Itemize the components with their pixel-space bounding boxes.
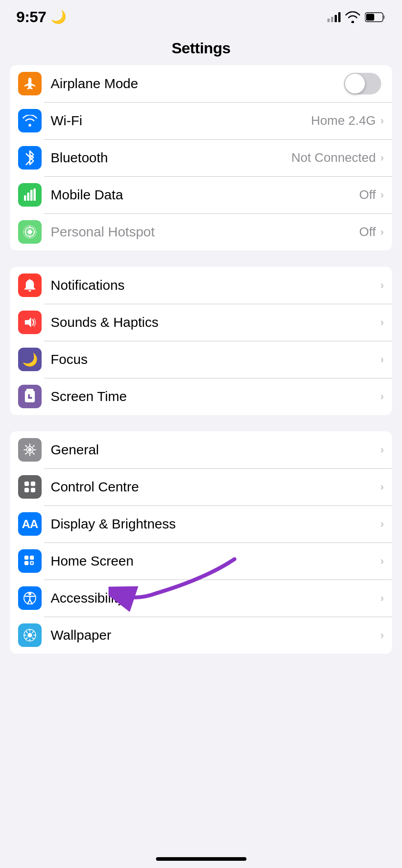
airplane-mode-row[interactable]: Airplane Mode bbox=[10, 65, 392, 102]
svg-rect-16 bbox=[28, 397, 32, 399]
sounds-haptics-label: Sounds & Haptics bbox=[51, 315, 380, 330]
alerts-group: Notifications › Sounds & Haptics › 🌙 Foc… bbox=[10, 267, 392, 415]
bluetooth-row[interactable]: Bluetooth Not Connected › bbox=[10, 139, 392, 176]
svg-rect-24 bbox=[30, 556, 34, 560]
wallpaper-icon bbox=[18, 623, 42, 647]
bluetooth-icon bbox=[18, 146, 42, 170]
wallpaper-label: Wallpaper bbox=[51, 627, 380, 643]
display-brightness-label: Display & Brightness bbox=[51, 516, 380, 532]
connectivity-group: Airplane Mode Wi-Fi Home 2.4G › Bluetoot… bbox=[10, 65, 392, 250]
personal-hotspot-value: Off bbox=[359, 225, 376, 239]
display-brightness-chevron: › bbox=[380, 518, 384, 530]
svg-point-33 bbox=[28, 633, 32, 637]
general-row[interactable]: General › bbox=[10, 431, 392, 468]
sounds-haptics-row[interactable]: Sounds & Haptics › bbox=[10, 304, 392, 341]
notifications-label: Notifications bbox=[51, 278, 380, 293]
focus-label: Focus bbox=[51, 352, 380, 367]
svg-rect-21 bbox=[24, 488, 29, 492]
mobile-data-row[interactable]: Mobile Data Off › bbox=[10, 176, 392, 213]
svg-rect-14 bbox=[28, 401, 32, 402]
page-title: Settings bbox=[0, 39, 402, 57]
status-time: 9:57 bbox=[16, 8, 46, 26]
svg-rect-29 bbox=[31, 563, 33, 564]
focus-chevron: › bbox=[380, 353, 384, 366]
wifi-status-icon bbox=[345, 11, 360, 23]
svg-rect-22 bbox=[31, 488, 35, 492]
airplane-mode-icon bbox=[18, 72, 42, 95]
wifi-row[interactable]: Wi-Fi Home 2.4G › bbox=[10, 102, 392, 139]
wifi-icon bbox=[18, 109, 42, 132]
control-centre-row[interactable]: Control Centre › bbox=[10, 468, 392, 505]
svg-rect-3 bbox=[24, 195, 26, 201]
airplane-mode-toggle[interactable] bbox=[344, 73, 381, 94]
control-centre-chevron: › bbox=[380, 481, 384, 493]
battery-icon bbox=[365, 12, 386, 23]
general-label: General bbox=[51, 442, 380, 458]
focus-row[interactable]: 🌙 Focus › bbox=[10, 341, 392, 378]
moon-icon: 🌙 bbox=[51, 9, 66, 24]
page-header: Settings bbox=[0, 30, 402, 65]
bluetooth-chevron: › bbox=[380, 151, 384, 164]
status-icons bbox=[327, 11, 386, 23]
wallpaper-chevron: › bbox=[380, 629, 384, 642]
mobile-data-icon bbox=[18, 183, 42, 207]
svg-rect-19 bbox=[24, 481, 29, 486]
screen-time-chevron: › bbox=[380, 390, 384, 403]
svg-marker-11 bbox=[25, 317, 31, 327]
control-centre-icon bbox=[18, 475, 42, 499]
display-brightness-icon: AA bbox=[18, 512, 42, 536]
mobile-data-value: Off bbox=[359, 188, 376, 202]
control-centre-label: Control Centre bbox=[51, 479, 380, 495]
home-screen-icon bbox=[18, 549, 42, 573]
display-group: General › Control Centre › AA Display & … bbox=[10, 431, 392, 654]
airplane-mode-label: Airplane Mode bbox=[51, 76, 344, 91]
signal-icon bbox=[327, 12, 341, 22]
wifi-label: Wi-Fi bbox=[51, 113, 311, 128]
bluetooth-label: Bluetooth bbox=[51, 150, 291, 165]
screen-time-label: Screen Time bbox=[51, 389, 380, 404]
screen-time-row[interactable]: Screen Time › bbox=[10, 378, 392, 415]
svg-rect-1 bbox=[383, 15, 385, 19]
accessibility-row[interactable]: Accessibility › bbox=[10, 580, 392, 617]
status-bar: 9:57 🌙 bbox=[0, 0, 402, 30]
accessibility-icon bbox=[18, 586, 42, 610]
svg-rect-5 bbox=[30, 190, 33, 201]
personal-hotspot-label: Personal Hotspot bbox=[51, 224, 359, 240]
notifications-chevron: › bbox=[380, 279, 384, 292]
sounds-haptics-chevron: › bbox=[380, 316, 384, 329]
home-screen-label: Home Screen bbox=[51, 553, 380, 569]
svg-rect-6 bbox=[33, 189, 36, 201]
personal-hotspot-row[interactable]: Personal Hotspot Off › bbox=[10, 213, 392, 250]
focus-icon: 🌙 bbox=[18, 348, 42, 371]
mobile-data-label: Mobile Data bbox=[51, 187, 359, 203]
home-indicator bbox=[156, 857, 246, 861]
accessibility-chevron: › bbox=[380, 592, 384, 604]
screen-time-icon bbox=[18, 385, 42, 408]
accessibility-label: Accessibility bbox=[51, 590, 380, 606]
svg-rect-25 bbox=[24, 561, 28, 565]
notifications-icon bbox=[18, 274, 42, 297]
sounds-haptics-icon bbox=[18, 311, 42, 334]
svg-rect-23 bbox=[24, 556, 28, 560]
svg-rect-4 bbox=[27, 193, 29, 201]
home-screen-chevron: › bbox=[380, 555, 384, 567]
wallpaper-row[interactable]: Wallpaper › bbox=[10, 617, 392, 654]
display-brightness-row[interactable]: AA Display & Brightness › bbox=[10, 505, 392, 542]
svg-rect-20 bbox=[31, 481, 35, 486]
home-screen-row[interactable]: Home Screen › bbox=[10, 542, 392, 580]
personal-hotspot-chevron: › bbox=[380, 226, 384, 238]
notifications-row[interactable]: Notifications › bbox=[10, 267, 392, 304]
wifi-chevron: › bbox=[380, 114, 384, 127]
svg-point-17 bbox=[28, 448, 32, 452]
general-chevron: › bbox=[380, 443, 384, 456]
svg-rect-2 bbox=[366, 14, 374, 20]
mobile-data-chevron: › bbox=[380, 189, 384, 201]
general-icon bbox=[18, 438, 42, 462]
personal-hotspot-icon bbox=[18, 220, 42, 244]
bluetooth-value: Not Connected bbox=[291, 151, 376, 165]
wifi-value: Home 2.4G bbox=[311, 113, 376, 128]
